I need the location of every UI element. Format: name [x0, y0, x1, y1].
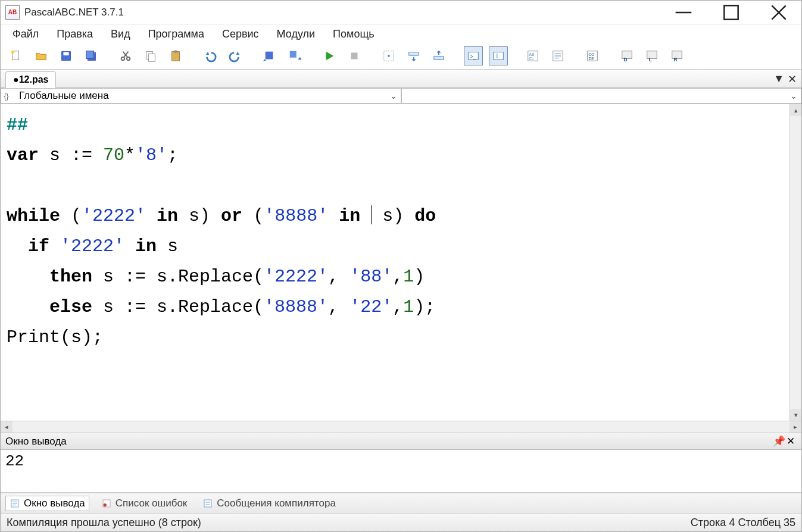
status-left: Компиляция прошла успешно (8 строк) [7, 517, 201, 529]
svg-text:DE: DE [589, 57, 594, 61]
namespace-scope-label: Глобальные имена [15, 89, 386, 103]
window-title: PascalABC.NET 3.7.1 [24, 7, 124, 18]
menu-service[interactable]: Сервис [222, 28, 259, 40]
tabs-close-icon[interactable]: ✕ [788, 73, 797, 86]
cut-icon[interactable] [116, 46, 135, 65]
svg-rect-16 [172, 52, 180, 61]
close-button[interactable] [767, 4, 791, 21]
bottom-tab-compiler[interactable]: Сообщения компилятора [199, 496, 339, 511]
braces-icon: {} [1, 89, 15, 103]
menu-modules[interactable]: Модули [277, 28, 315, 40]
svg-rect-23 [409, 52, 419, 56]
save-run-icon[interactable] [260, 46, 279, 65]
minimize-button[interactable] [672, 4, 695, 21]
redo-icon[interactable] [226, 46, 245, 65]
svg-rect-18 [266, 52, 273, 60]
namespace-member-dropdown[interactable]: ⌄ [401, 88, 802, 104]
menubar: Файл Правка Вид Программа Сервис Модули … [1, 24, 801, 44]
namespace-scope-dropdown[interactable]: {} Глобальные имена ⌄ [1, 88, 401, 104]
bottom-tab-errors[interactable]: Список ошибок [98, 496, 191, 511]
horizontal-scrollbar[interactable]: ◂▸ [1, 421, 801, 433]
paste-icon[interactable] [166, 46, 185, 65]
code-editor[interactable]: ## var s := 70*'8'; while ('2222' in s) … [1, 104, 801, 421]
console-out-icon[interactable]: I [489, 46, 508, 65]
chevron-down-icon: ⌄ [787, 91, 801, 101]
svg-text:C=: C= [529, 57, 535, 61]
svg-rect-17 [174, 51, 177, 53]
save-all-icon[interactable] [82, 46, 101, 65]
app-icon: AB [5, 5, 20, 20]
menu-file[interactable]: Файл [13, 28, 39, 40]
run-icon[interactable] [320, 46, 339, 65]
titlebar: AB PascalABC.NET 3.7.1 [1, 1, 801, 24]
pin-icon[interactable]: 📌 [773, 435, 785, 447]
namespace-row: {} Глобальные имена ⌄ ⌄ [1, 88, 801, 104]
toolbar: >_ I ABC= CODE D L R [1, 44, 801, 70]
svg-rect-9 [86, 51, 94, 59]
tabs-dropdown-icon[interactable]: ▼ [773, 73, 784, 86]
svg-rect-20 [351, 53, 358, 60]
brackets-icon[interactable] [548, 46, 567, 65]
svg-rect-1 [724, 5, 738, 19]
svg-text:AB: AB [529, 52, 535, 57]
step-into-icon[interactable] [404, 46, 423, 65]
save-run-alt-icon[interactable] [285, 46, 304, 65]
svg-text:R: R [674, 57, 678, 62]
maximize-button[interactable] [719, 4, 743, 21]
code-icon[interactable]: CODE [583, 46, 602, 65]
bottom-tab-label: Окно вывода [24, 497, 85, 509]
menu-help[interactable]: Помощь [333, 28, 375, 40]
output-header: Окно вывода 📌 ✕ [1, 433, 801, 450]
svg-point-22 [388, 55, 390, 57]
statusbar: Компиляция прошла успешно (8 строк) Стро… [1, 514, 801, 531]
svg-text:CO: CO [589, 52, 595, 57]
intellisense-icon[interactable]: ABC= [523, 46, 542, 65]
tabbar: ●12.pas ▼ ✕ [1, 70, 801, 88]
open-file-icon[interactable] [32, 46, 51, 65]
output-title: Окно вывода [5, 436, 67, 447]
svg-text:>_: >_ [470, 54, 477, 60]
svg-text:{}: {} [4, 92, 9, 101]
svg-rect-19 [290, 51, 297, 58]
status-right: Строка 4 Столбец 35 [691, 517, 795, 529]
svg-rect-7 [63, 52, 68, 56]
svg-rect-15 [148, 54, 155, 61]
svg-rect-24 [434, 57, 444, 60]
svg-text:D: D [624, 57, 628, 62]
menu-program[interactable]: Программа [148, 28, 204, 40]
output-body[interactable]: 22 [1, 450, 801, 493]
bottom-tab-label: Список ошибок [116, 497, 188, 509]
svg-text:L: L [649, 57, 652, 62]
message-list-icon [202, 498, 213, 509]
design-r-icon[interactable]: R [667, 46, 686, 65]
chevron-down-icon: ⌄ [386, 91, 401, 101]
step-out-icon[interactable] [429, 46, 448, 65]
menu-view[interactable]: Вид [111, 28, 130, 40]
list-icon [10, 498, 20, 509]
design-l-icon[interactable]: L [642, 46, 661, 65]
bottom-tab-output[interactable]: Окно вывода [5, 496, 89, 511]
bottom-tab-label: Сообщения компилятора [217, 497, 336, 509]
new-file-icon[interactable] [7, 46, 26, 65]
menu-edit[interactable]: Правка [57, 28, 93, 40]
vertical-scrollbar[interactable]: ▴▾ [789, 104, 801, 421]
design-d-icon[interactable]: D [617, 46, 636, 65]
error-list-icon [101, 498, 112, 509]
undo-icon[interactable] [201, 46, 220, 65]
copy-icon[interactable] [141, 46, 160, 65]
console-in-icon[interactable]: >_ [464, 46, 483, 65]
svg-point-5 [11, 51, 15, 54]
svg-rect-52 [204, 500, 211, 507]
save-icon[interactable] [57, 46, 76, 65]
stop-icon[interactable] [345, 46, 364, 65]
svg-rect-27 [494, 52, 504, 60]
svg-text:I: I [496, 52, 498, 60]
svg-point-51 [103, 503, 106, 506]
bottom-tabs: Окно вывода Список ошибок Сообщения комп… [1, 493, 801, 514]
output-close-icon[interactable]: ✕ [785, 435, 797, 447]
editor-area: ## var s := 70*'8'; while ('2222' in s) … [1, 104, 801, 433]
step-over-icon[interactable] [379, 46, 398, 65]
file-tab-active[interactable]: ●12.pas [5, 71, 56, 88]
